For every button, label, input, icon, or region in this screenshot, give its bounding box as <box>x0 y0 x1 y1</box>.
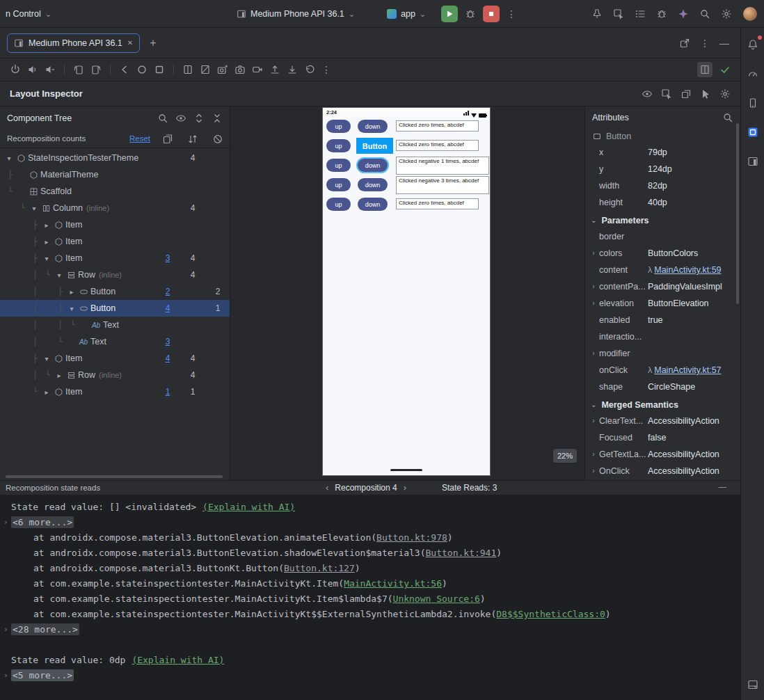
back-icon[interactable] <box>119 64 130 75</box>
select-element-icon[interactable] <box>700 88 711 100</box>
posture-icon[interactable] <box>200 64 211 75</box>
restore-snapshot-icon[interactable] <box>304 64 315 75</box>
tab-medium-phone[interactable]: Medium Phone API 36.1 ✕ <box>7 33 140 53</box>
tab-options-icon[interactable]: ⋮ <box>700 38 710 48</box>
fold-device-icon[interactable] <box>182 64 193 75</box>
rotate-right-icon[interactable] <box>90 64 102 75</box>
chevron-down-icon[interactable]: ▾ <box>42 255 51 262</box>
stack-frame-source-link[interactable]: Button.kt:941 <box>426 548 497 558</box>
more-actions-icon[interactable]: ⋮ <box>507 9 516 19</box>
device-up-button[interactable]: up <box>326 178 351 191</box>
vcs-menu[interactable]: n Control ⌄ <box>6 0 51 28</box>
stack-frame-source-link[interactable]: D8$$SyntheticClass:0 <box>496 609 605 619</box>
new-tab-icon[interactable]: + <box>147 37 159 49</box>
open-in-new-window-icon[interactable] <box>679 38 690 49</box>
chevron-down-icon[interactable]: ▾ <box>67 305 77 312</box>
explain-with-ai-link[interactable]: (Explain with AI) <box>202 502 295 512</box>
attribute-row-focused[interactable]: Focusedfalse <box>585 430 740 447</box>
attribute-row-x[interactable]: x79dp <box>585 145 740 161</box>
ai-assistant-icon[interactable] <box>656 8 667 19</box>
tree-node-item[interactable]: ├▸Item <box>0 233 230 250</box>
rotate-left-icon[interactable] <box>73 64 84 75</box>
attribute-row-enabled[interactable]: enabledtrue <box>585 312 740 329</box>
tree-search-icon[interactable] <box>157 113 168 124</box>
tree-node-item[interactable]: ├▾Item34 <box>0 250 230 267</box>
attributes-search-icon[interactable] <box>722 112 733 123</box>
stack-frame-source-link[interactable]: MainActivity.kt:56 <box>344 578 442 589</box>
camera-icon[interactable] <box>234 64 246 75</box>
device-streaming-icon[interactable] <box>591 8 603 19</box>
tree-node-column[interactable]: └▾Column(inline)4 <box>0 200 230 216</box>
expand-frames-icon[interactable]: › <box>3 515 8 530</box>
attribute-row-shape[interactable]: shapeCircleShape <box>585 379 740 396</box>
chevron-down-icon[interactable]: ▾ <box>29 205 39 212</box>
tree-node-row[interactable]: │└▾Row(inline)4 <box>0 267 230 283</box>
tree-node-item[interactable]: ├▾Item44 <box>0 350 230 367</box>
close-tab-icon[interactable]: ✕ <box>127 39 133 47</box>
profiler-button[interactable] <box>745 65 761 82</box>
hide-panel-icon[interactable]: — <box>719 38 729 48</box>
attribute-row-y[interactable]: y124dp <box>585 161 740 178</box>
chevron-right-icon[interactable]: ▸ <box>42 221 51 229</box>
chevron-down-icon[interactable]: ▾ <box>42 355 51 363</box>
next-recomposition-icon[interactable]: › <box>404 482 406 493</box>
attribute-row-onclick[interactable]: onClickλMainActivity.kt:57 <box>585 363 740 379</box>
attribute-row-gettextla[interactable]: ›GetTextLa...AccessibilityAction <box>585 447 740 463</box>
chevron-down-icon[interactable]: ▾ <box>4 154 14 162</box>
skipped-counts-icon[interactable] <box>212 134 223 145</box>
section-header-merged-semantics[interactable]: ⌄Merged Semantics <box>585 396 740 413</box>
upload-icon[interactable] <box>269 64 280 75</box>
device-up-button[interactable]: up <box>326 159 351 172</box>
expand-all-icon[interactable] <box>193 113 205 124</box>
expand-frames-icon[interactable]: › <box>3 668 8 683</box>
tree-node-text[interactable]: ││└AbText <box>0 317 230 333</box>
tree-horizontal-scrollbar[interactable] <box>6 475 223 478</box>
chevron-right-icon[interactable]: ▸ <box>42 238 51 246</box>
attribute-row-onclick[interactable]: ›OnClickAccessibilityAction <box>585 463 740 480</box>
device-down-button[interactable]: down <box>358 120 388 133</box>
attribute-row-interactio[interactable]: interactio... <box>585 329 740 346</box>
minimize-panel-icon[interactable]: — <box>719 482 727 491</box>
chevron-right-icon[interactable]: › <box>589 299 598 307</box>
running-devices-button[interactable] <box>745 124 761 141</box>
chevron-right-icon[interactable]: ▸ <box>67 288 77 296</box>
device-up-button[interactable]: up <box>326 120 351 133</box>
tree-node-materialtheme[interactable]: ├MaterialTheme <box>0 166 230 183</box>
recomposition-count-link[interactable]: 3 <box>161 253 174 263</box>
emulator-more-icon[interactable]: ⋮ <box>321 65 331 74</box>
power-icon[interactable] <box>10 64 21 75</box>
stack-frame-source-link[interactable]: Button.kt:127 <box>284 563 355 573</box>
collapse-all-icon[interactable] <box>212 113 223 124</box>
tree-node-row[interactable]: │└▸Row(inline)4 <box>0 367 230 383</box>
chevron-right-icon[interactable]: › <box>589 249 598 257</box>
device-up-button[interactable]: up <box>326 198 351 211</box>
tree-node-button[interactable]: │├▸Button22 <box>0 283 230 300</box>
debug-button[interactable] <box>465 8 476 19</box>
device-down-button[interactable]: down <box>358 178 388 191</box>
attribute-value[interactable]: λMainActivity.kt:59 <box>648 265 722 275</box>
attribute-row-elevation[interactable]: ›elevationButtonElevation <box>585 296 740 312</box>
recomposition-count-link[interactable]: 2 <box>161 287 174 296</box>
source-location-link[interactable]: MainActivity.kt:59 <box>654 265 721 275</box>
tree-node-item[interactable]: ├▸Item <box>0 216 230 233</box>
chevron-right-icon[interactable]: ▸ <box>42 388 51 396</box>
run-configuration-selector[interactable]: app ⌄ <box>387 0 426 28</box>
recomposition-count-link[interactable]: 3 <box>161 337 174 347</box>
device-screen[interactable]: 2:24 updownClicked zero times, abcdefupd… <box>322 107 491 476</box>
window-layout-button[interactable] <box>745 676 761 693</box>
attribute-row-border[interactable]: border <box>585 229 740 246</box>
attribute-row-contentpa[interactable]: ›contentPa...PaddingValuesImpl <box>585 279 740 296</box>
notifications-button[interactable] <box>745 36 761 53</box>
chevron-right-icon[interactable]: ▸ <box>54 372 64 379</box>
attribute-row-content[interactable]: contentλMainActivity.kt:59 <box>585 262 740 279</box>
attribute-row-cleartext[interactable]: ›ClearText...AccessibilityAction <box>585 413 740 430</box>
collapsed-frames[interactable]: <28 more...> <box>11 623 79 635</box>
copy-counts-icon[interactable] <box>162 134 173 145</box>
live-updates-icon[interactable] <box>642 88 653 100</box>
chevron-right-icon[interactable]: › <box>589 349 598 357</box>
attribute-row-width[interactable]: width82dp <box>585 178 740 195</box>
inspector-settings-icon[interactable] <box>719 88 731 100</box>
snapshot-layers-icon[interactable] <box>681 88 692 100</box>
gemini-icon[interactable] <box>678 8 689 19</box>
screen-record-icon[interactable] <box>252 64 263 75</box>
